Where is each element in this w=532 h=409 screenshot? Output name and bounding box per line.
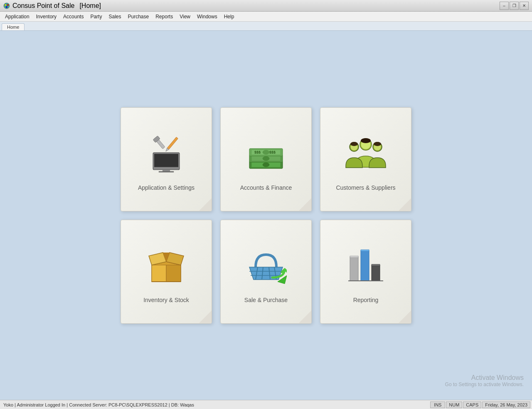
svg-rect-10 xyxy=(167,137,178,149)
app-icon xyxy=(3,2,10,9)
tile-accounts-finance[interactable]: $$$ $$$ Accounts & Finance xyxy=(220,107,312,211)
watermark-title: Activate Windows xyxy=(445,374,524,382)
menu-party[interactable]: Party xyxy=(87,12,105,21)
watermark: Activate Windows Go to Settings to activ… xyxy=(445,374,524,387)
menu-purchase[interactable]: Purchase xyxy=(124,12,152,21)
reporting-icon xyxy=(341,240,391,290)
menu-inventory[interactable]: Inventory xyxy=(33,12,60,21)
minimize-button[interactable]: – xyxy=(500,2,509,10)
watermark-subtitle: Go to Settings to activate Windows. xyxy=(445,382,524,387)
inventory-icon xyxy=(141,240,191,290)
svg-rect-51 xyxy=(372,264,380,266)
tile-app-settings[interactable]: Application & Settings xyxy=(121,107,212,211)
svg-point-30 xyxy=(361,138,371,143)
title-bar-left: Consus Point of Sale [Home] xyxy=(3,2,101,10)
accounts-icon: $$$ $$$ xyxy=(241,128,291,178)
menu-accounts[interactable]: Accounts xyxy=(60,12,87,21)
tab-home[interactable]: Home xyxy=(2,23,25,30)
tile-sale-purchase-label: Sale & Purchase xyxy=(244,297,288,303)
tile-sale-purchase[interactable]: Sale & Purchase xyxy=(220,220,312,324)
svg-rect-50 xyxy=(372,265,380,281)
menu-windows[interactable]: Windows xyxy=(194,12,221,21)
status-badges: INS NUM CAPS Friday, 26 May, 2023 xyxy=(430,402,530,408)
svg-marker-34 xyxy=(166,265,181,282)
menu-reports[interactable]: Reports xyxy=(152,12,176,21)
tile-reporting[interactable]: Reporting xyxy=(320,220,411,324)
restore-button[interactable]: ❐ xyxy=(510,2,519,10)
status-num: NUM xyxy=(446,402,462,408)
tile-customers-suppliers-label: Customers & Suppliers xyxy=(336,184,395,191)
title-bar-window: [Home] xyxy=(79,2,101,10)
customers-icon xyxy=(341,128,391,178)
svg-marker-33 xyxy=(152,265,166,282)
status-info: Yoko | Administrator Logged In | Connect… xyxy=(2,402,194,407)
main-content: Application & Settings xyxy=(0,31,532,400)
tile-accounts-finance-label: Accounts & Finance xyxy=(240,184,292,191)
settings-icon xyxy=(141,128,191,178)
svg-text:$$$: $$$ xyxy=(254,150,261,154)
svg-rect-48 xyxy=(361,250,369,281)
close-button[interactable]: ✕ xyxy=(520,2,529,10)
svg-rect-46 xyxy=(350,257,358,281)
tile-inventory-stock[interactable]: Inventory & Stock xyxy=(121,220,212,324)
tile-app-settings-label: Application & Settings xyxy=(138,184,195,191)
svg-rect-5 xyxy=(154,154,178,167)
svg-point-14 xyxy=(263,163,269,167)
status-datetime: Friday, 26 May, 2023 xyxy=(482,402,530,408)
tiles-container: Application & Settings xyxy=(121,107,411,324)
title-bar: Consus Point of Sale [Home] – ❐ ✕ xyxy=(0,0,532,12)
svg-point-31 xyxy=(374,142,381,146)
status-caps: CAPS xyxy=(463,402,481,408)
tab-bar: Home xyxy=(0,22,532,31)
status-ins: INS xyxy=(430,402,445,408)
menu-bar: Application Inventory Accounts Party Sal… xyxy=(0,12,532,22)
svg-point-2 xyxy=(7,4,9,6)
svg-rect-7 xyxy=(159,171,174,172)
svg-rect-49 xyxy=(361,250,369,251)
svg-point-20 xyxy=(263,150,269,154)
svg-point-3 xyxy=(6,6,7,8)
svg-text:$$$: $$$ xyxy=(269,150,276,154)
svg-rect-47 xyxy=(350,256,358,258)
svg-point-29 xyxy=(350,142,358,146)
sale-icon xyxy=(241,240,291,290)
svg-point-17 xyxy=(263,156,269,161)
title-bar-app-name: Consus Point of Sale xyxy=(12,2,74,10)
menu-sales[interactable]: Sales xyxy=(105,12,124,21)
menu-help[interactable]: Help xyxy=(221,12,238,21)
menu-application[interactable]: Application xyxy=(2,12,33,21)
menu-view[interactable]: View xyxy=(176,12,194,21)
tile-reporting-label: Reporting xyxy=(353,297,379,303)
tile-customers-suppliers[interactable]: Customers & Suppliers xyxy=(320,107,411,211)
title-bar-controls: – ❐ ✕ xyxy=(500,2,529,10)
svg-point-1 xyxy=(5,4,6,6)
tile-inventory-stock-label: Inventory & Stock xyxy=(143,297,189,303)
status-bar: Yoko | Administrator Logged In | Connect… xyxy=(0,400,532,409)
